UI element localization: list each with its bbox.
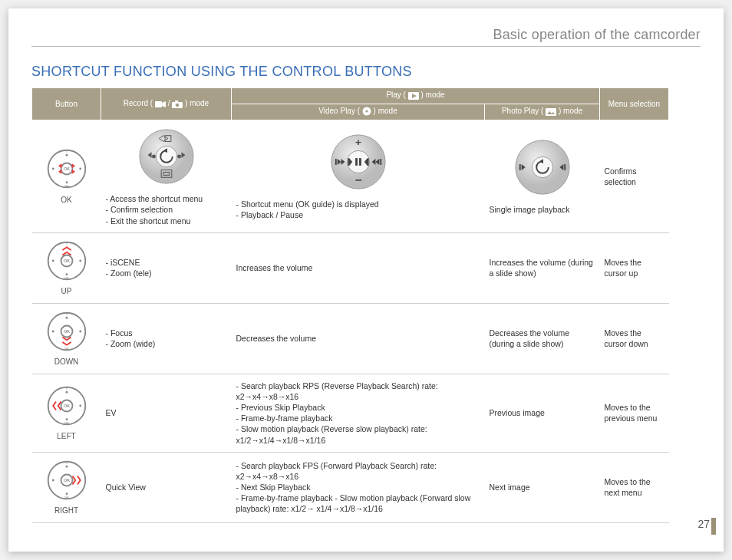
svg-text:−: − — [354, 173, 361, 186]
svg-point-49 — [65, 317, 68, 319]
up-button-diagram: OK T W — [45, 239, 88, 282]
svg-point-15 — [51, 168, 54, 170]
svg-point-66 — [65, 492, 68, 495]
svg-point-13 — [65, 154, 68, 156]
svg-rect-34 — [519, 164, 520, 170]
table-row: OK T W DOWN FocusZoom (wide) Decreases t… — [32, 303, 669, 374]
photo-ok-text: Single image playback — [490, 205, 570, 214]
video-disc-icon — [362, 107, 371, 117]
svg-rect-0 — [155, 101, 162, 107]
th-video-play: Video Play ( ) mode — [232, 104, 485, 120]
svg-text:OK: OK — [63, 329, 69, 334]
svg-rect-7 — [546, 108, 556, 116]
menu-ok-text: Confirms selection — [600, 120, 669, 233]
svg-rect-2 — [175, 100, 178, 103]
camera-icon — [172, 100, 183, 110]
record-ok-list: Access the shortcut menu Confirm selecti… — [106, 193, 227, 226]
table-body: OK T W OK — [32, 120, 669, 523]
svg-rect-27 — [358, 158, 361, 166]
svg-rect-31 — [380, 159, 381, 165]
svg-text:W: W — [64, 421, 69, 426]
th-button: Button — [32, 88, 101, 120]
th-photo-play: Photo Play ( ) mode — [485, 104, 600, 120]
svg-point-50 — [51, 330, 54, 332]
video-ok-diagram: + − — [328, 184, 388, 193]
svg-point-20 — [177, 155, 181, 159]
svg-text:OK: OK — [63, 259, 69, 263]
shortcut-table: Button Record ( / ) mode Play ( — [31, 87, 669, 523]
svg-text:W: W — [64, 276, 69, 281]
svg-text:OK: OK — [63, 167, 69, 172]
camcorder-icon — [155, 100, 166, 110]
table-row: OK T W LEFT EV Search playback RPS (Reve — [32, 374, 669, 452]
svg-text:T: T — [65, 460, 68, 465]
svg-text:W: W — [64, 347, 69, 351]
svg-point-57 — [65, 391, 68, 394]
svg-point-43 — [79, 259, 81, 262]
svg-point-58 — [65, 418, 68, 420]
manual-page: Basic operation of the camcorder SHORTCU… — [8, 8, 724, 552]
svg-point-6 — [365, 110, 368, 112]
page-number: 27 — [697, 518, 710, 530]
svg-text:W: W — [64, 496, 69, 500]
th-record: Record ( / ) mode — [101, 88, 232, 120]
th-play: Play ( ) mode — [232, 88, 600, 104]
th-menu: Menu selection — [600, 88, 669, 120]
svg-text:T: T — [65, 241, 68, 245]
table-row: OK T W RIGHT Quick View Search playback — [32, 452, 669, 522]
svg-point-14 — [65, 182, 68, 184]
svg-point-41 — [65, 273, 68, 275]
svg-text:T: T — [65, 311, 68, 316]
svg-point-3 — [176, 103, 180, 107]
svg-rect-30 — [335, 159, 336, 165]
svg-point-65 — [65, 466, 68, 468]
play-mode-icon — [408, 92, 419, 101]
svg-point-42 — [51, 259, 54, 262]
svg-point-51 — [79, 330, 81, 332]
svg-text:T: T — [65, 150, 68, 154]
svg-text:OK: OK — [63, 404, 69, 408]
video-ok-list: Shortcut menu (OK guide) is displayed Pl… — [236, 199, 480, 220]
photo-ok-diagram — [513, 189, 572, 199]
svg-point-59 — [79, 404, 81, 407]
svg-text:W: W — [64, 185, 69, 189]
svg-text:OK: OK — [63, 478, 69, 483]
right-button-diagram: OK T W — [45, 459, 88, 502]
svg-rect-35 — [564, 164, 565, 170]
table-row: OK T W OK — [32, 120, 669, 233]
svg-text:T: T — [65, 386, 68, 390]
button-label: OK — [37, 195, 97, 206]
section-title: SHORTCUT FUNCTION USING THE CONTROL BUTT… — [31, 64, 701, 80]
svg-point-19 — [151, 155, 155, 159]
svg-point-67 — [51, 479, 54, 481]
left-button-diagram: OK T W — [45, 384, 88, 427]
chapter-rule — [31, 46, 701, 47]
svg-text:+: + — [355, 137, 361, 148]
svg-point-16 — [79, 168, 81, 170]
ok-button-diagram: OK T W — [45, 147, 88, 190]
chapter-title: Basic operation of the camcorder — [31, 27, 701, 43]
record-ok-diagram — [137, 179, 196, 188]
page-edge-tab — [711, 518, 716, 535]
svg-rect-26 — [355, 158, 358, 166]
table-row: OK T W UP iSCENEZoom (tele) Increases th… — [32, 232, 669, 303]
down-button-diagram: OK T W — [45, 310, 88, 353]
photo-icon — [546, 108, 556, 117]
